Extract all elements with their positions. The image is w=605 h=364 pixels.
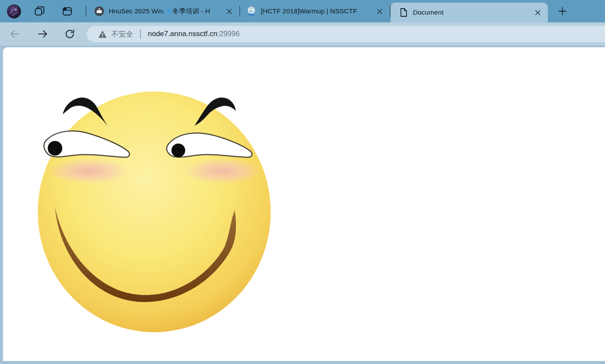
address-bar[interactable]: 不安全 node7.anna.nssctf.cn:29996	[87, 26, 605, 42]
profile-avatar[interactable]	[7, 4, 21, 18]
tab-title: Document	[413, 9, 532, 16]
tab-document-active[interactable]: Document	[391, 3, 548, 22]
tab-title: [HCTF 2018]Warmup | NSSCTF	[261, 7, 373, 15]
warning-triangle-icon	[98, 30, 107, 38]
winking-smirk-smiley-image	[37, 83, 273, 336]
tab-hnusec[interactable]: HnuSec 2025 Win. ❄冬季培训 - H	[88, 0, 239, 22]
tab-title: HnuSec 2025 Win. ❄冬季培训 - H	[109, 7, 223, 16]
tab-actions-icon[interactable]	[60, 4, 74, 18]
url-port: :29996	[217, 30, 240, 38]
avatar-image	[7, 4, 21, 18]
snowflake-emoji: ❄	[167, 7, 172, 15]
refresh-icon[interactable]	[61, 25, 79, 43]
close-tab-icon[interactable]	[532, 6, 544, 18]
new-tab-icon[interactable]	[555, 3, 570, 19]
tab-strip: HnuSec 2025 Win. ❄冬季培训 - H [HCTF 2018]Wa…	[0, 0, 605, 22]
document-page-icon	[398, 7, 409, 18]
security-label: 不安全	[111, 29, 133, 39]
url-host: node7.anna.nssctf.cn	[148, 30, 217, 38]
browser-window: HnuSec 2025 Win. ❄冬季培训 - H [HCTF 2018]Wa…	[0, 0, 605, 364]
navigation-bar: 不安全 node7.anna.nssctf.cn:29996	[0, 22, 605, 46]
toolbar-tab-divider	[86, 6, 86, 17]
back-icon[interactable]	[6, 25, 24, 43]
forward-icon[interactable]	[34, 25, 52, 43]
tab-nssctf[interactable]: [HCTF 2018]Warmup | NSSCTF	[240, 0, 390, 22]
nssctf-mascot-icon	[246, 6, 257, 16]
close-tab-icon[interactable]	[373, 5, 385, 17]
address-divider	[140, 29, 141, 39]
window-frame	[0, 46, 605, 364]
page-content	[3, 47, 605, 361]
book-circle-icon	[94, 6, 104, 16]
close-tab-icon[interactable]	[223, 5, 235, 17]
workspaces-icon[interactable]	[32, 4, 47, 18]
